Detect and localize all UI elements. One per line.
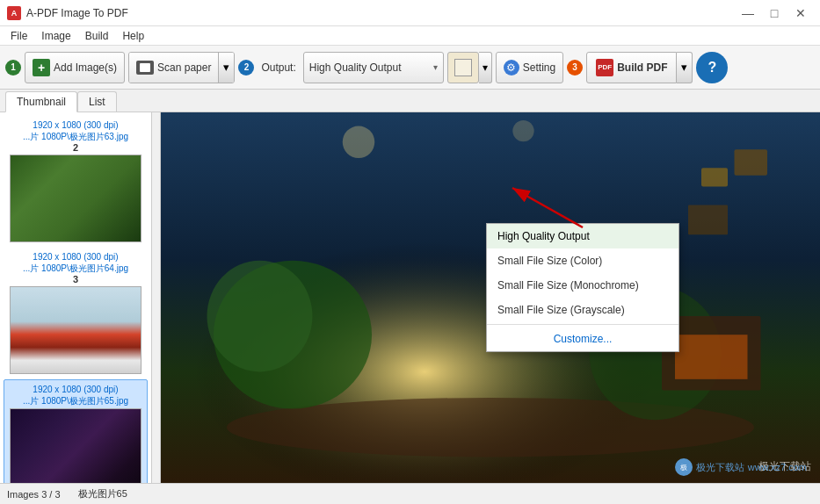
app-icon: A bbox=[7, 6, 21, 20]
dropdown-divider bbox=[487, 324, 678, 325]
tab-thumbnail[interactable]: Thumbnail bbox=[5, 91, 77, 112]
build-pdf-button[interactable]: PDF Build PDF bbox=[586, 52, 677, 83]
add-images-button[interactable]: + Add Image(s) bbox=[25, 52, 125, 83]
thumb-image-2 bbox=[10, 286, 142, 374]
watermark-logo: 极 bbox=[675, 458, 693, 476]
dropdown-item-small-color[interactable]: Small File Size (Color) bbox=[487, 248, 678, 273]
svg-rect-8 bbox=[701, 168, 728, 186]
list-item[interactable]: 1920 x 1080 (300 dpi) ...片 1080P\极光图片63.… bbox=[4, 116, 148, 248]
color-swatch bbox=[454, 59, 472, 76]
build-pdf-label: Build PDF bbox=[617, 61, 667, 74]
menu-image[interactable]: Image bbox=[34, 28, 77, 44]
build-pdf-group: PDF Build PDF ▾ bbox=[586, 52, 693, 83]
step1-badge: 1 bbox=[5, 60, 21, 76]
title-bar-left: A A-PDF Image To PDF bbox=[7, 6, 128, 20]
main-content: 1920 x 1080 (300 dpi) ...片 1080P\极光图片63.… bbox=[0, 112, 820, 483]
watermark: 极 极光下载站 www.xz7.com bbox=[675, 458, 807, 476]
app-title: A-PDF Image To PDF bbox=[26, 7, 128, 19]
menu-help[interactable]: Help bbox=[115, 28, 151, 44]
dropdown-item-high-quality[interactable]: High Quality Output bbox=[487, 224, 678, 248]
help-button[interactable]: ? bbox=[696, 52, 728, 83]
color-picker-arrow[interactable]: ▾ bbox=[479, 52, 492, 83]
color-picker-group: ▾ bbox=[447, 52, 492, 83]
sidebar: 1920 x 1080 (300 dpi) ...片 1080P\极光图片63.… bbox=[0, 112, 161, 483]
sidebar-scrollbar[interactable] bbox=[151, 112, 160, 483]
thumb-info-1: 1920 x 1080 (300 dpi) ...片 1080P\极光图片63.… bbox=[7, 119, 144, 142]
gear-icon: ⚙ bbox=[504, 60, 519, 76]
add-images-label: Add Image(s) bbox=[54, 61, 117, 74]
thumb-info-3: 1920 x 1080 (300 dpi) ...片 1080P\极光图片65.… bbox=[8, 384, 143, 407]
svg-rect-10 bbox=[688, 205, 728, 235]
maximize-button[interactable]: □ bbox=[762, 4, 787, 22]
minimize-button[interactable]: — bbox=[736, 4, 760, 22]
watermark-url: www.xz7.com bbox=[748, 462, 807, 472]
step3-badge: 3 bbox=[567, 60, 583, 76]
svg-rect-12 bbox=[675, 335, 748, 379]
svg-rect-9 bbox=[735, 149, 768, 176]
svg-point-6 bbox=[207, 261, 313, 372]
list-item[interactable]: 1920 x 1080 (300 dpi) ...片 1080P\极光图片64.… bbox=[4, 248, 148, 379]
title-bar: A A-PDF Image To PDF — □ ✕ bbox=[0, 0, 820, 26]
scan-icon bbox=[136, 61, 154, 75]
preview-area: 极 极光下载站 www.xz7.com High Quality Output … bbox=[161, 112, 820, 483]
thumb-num-2: 3 bbox=[7, 274, 144, 284]
tab-bar: Thumbnail List bbox=[0, 90, 820, 112]
output-dropdown-menu: High Quality Output Small File Size (Col… bbox=[486, 223, 679, 352]
svg-point-4 bbox=[512, 120, 533, 141]
watermark-text: 极光下载站 bbox=[696, 461, 744, 474]
thumb-image-1 bbox=[10, 155, 142, 242]
menu-build[interactable]: Build bbox=[78, 28, 116, 44]
menu-file[interactable]: File bbox=[4, 28, 34, 44]
tab-list[interactable]: List bbox=[77, 91, 117, 112]
thumbnail-list: 1920 x 1080 (300 dpi) ...片 1080P\极光图片63.… bbox=[0, 112, 151, 483]
output-selected-value: High Quality Output bbox=[309, 61, 430, 74]
pdf-icon: PDF bbox=[596, 59, 613, 76]
build-pdf-arrow[interactable]: ▾ bbox=[677, 52, 693, 83]
scan-paper-main[interactable]: Scan paper bbox=[129, 53, 218, 83]
close-button[interactable]: ✕ bbox=[788, 4, 813, 22]
thumb-info-2: 1920 x 1080 (300 dpi) ...片 1080P\极光图片64.… bbox=[7, 251, 144, 274]
menu-bar: File Image Build Help bbox=[0, 26, 820, 46]
thumb-image-3 bbox=[10, 408, 142, 483]
thumb-num-1: 2 bbox=[7, 142, 144, 153]
toolbar: 1 + Add Image(s) Scan paper ▾ 2 Output: … bbox=[0, 46, 820, 90]
setting-label: Setting bbox=[523, 61, 555, 74]
step2-badge: 2 bbox=[238, 60, 254, 76]
current-filename: 极光图片65 bbox=[78, 487, 127, 500]
scan-paper-button[interactable]: Scan paper ▾ bbox=[128, 52, 235, 83]
output-label: Output: bbox=[258, 61, 299, 74]
dropdown-item-small-mono[interactable]: Small File Size (Monochrome) bbox=[487, 273, 678, 298]
title-bar-controls: — □ ✕ bbox=[736, 4, 813, 22]
color-picker-button[interactable] bbox=[447, 52, 479, 83]
images-count: Images 3 / 3 bbox=[7, 489, 61, 500]
add-images-icon: + bbox=[33, 59, 50, 76]
dropdown-customize[interactable]: Customize... bbox=[487, 327, 678, 351]
svg-point-3 bbox=[343, 126, 375, 159]
dropdown-arrow-icon: ▾ bbox=[433, 62, 438, 72]
list-item[interactable]: 1920 x 1080 (300 dpi) ...片 1080P\极光图片65.… bbox=[4, 379, 148, 483]
status-bar: Images 3 / 3 极光图片65 bbox=[0, 483, 820, 504]
scan-paper-label: Scan paper bbox=[157, 61, 211, 74]
setting-button[interactable]: ⚙ Setting bbox=[496, 52, 563, 83]
dropdown-item-small-gray[interactable]: Small File Size (Grayscale) bbox=[487, 298, 678, 322]
output-select[interactable]: High Quality Output ▾ bbox=[303, 52, 444, 83]
scan-paper-arrow[interactable]: ▾ bbox=[218, 53, 234, 83]
